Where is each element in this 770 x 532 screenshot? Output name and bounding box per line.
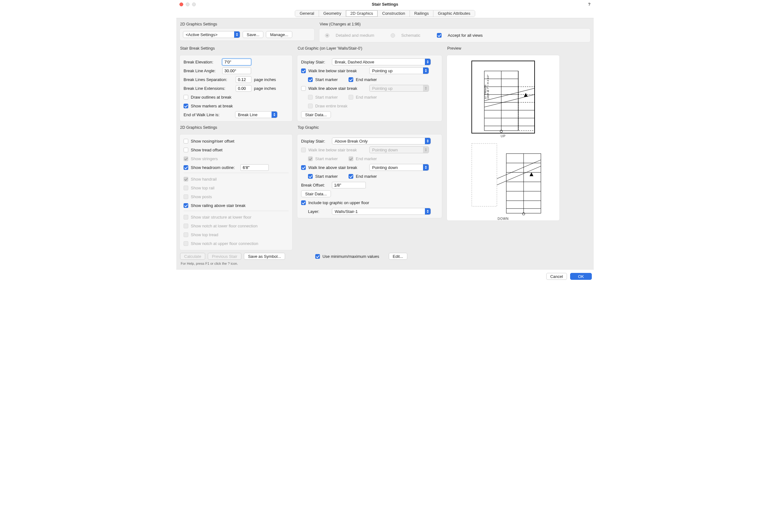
cut-stair-data-button[interactable]: Stair Data... (301, 111, 331, 118)
tab-railings[interactable]: Railings (410, 10, 433, 17)
checkbox-cut-walk-below[interactable] (301, 68, 306, 73)
checkbox-top-walk-below (301, 148, 306, 152)
cut-above-start-marker-label: Start marker (315, 95, 346, 100)
checkbox-top-walk-above[interactable] (301, 165, 306, 170)
chevron-updown-icon (425, 208, 431, 214)
chevron-updown-icon (423, 68, 429, 74)
break-offset-input[interactable] (332, 182, 366, 188)
maximize-icon[interactable] (192, 3, 196, 6)
top-walk-above-label: Walk line above stair break (308, 165, 367, 170)
view-heading: View (Changes at 1:96) (319, 21, 591, 28)
top-display-label: Display Stair: (301, 139, 329, 144)
layer-select[interactable]: Walls/Stair-1 (332, 208, 431, 215)
minimize-icon[interactable] (186, 3, 189, 6)
top-walk-above-dir-select[interactable]: Pointing down (369, 164, 429, 171)
break-elevation-input[interactable] (222, 59, 251, 65)
checkbox-cut-below-start-marker[interactable] (308, 77, 313, 82)
ok-button[interactable]: OK (570, 273, 592, 280)
top-tread-label: Show top tread (191, 232, 218, 237)
previous-stair-button: Previous Stair (208, 253, 241, 260)
checkbox-top-above-start-marker[interactable] (308, 174, 313, 179)
railing-above-label: Show railing above stair break (191, 203, 246, 208)
break-ext-label: Break Line Extensions: (183, 86, 233, 91)
draw-outlines-label: Draw outlines at break (191, 95, 231, 100)
checkbox-accept-all-views[interactable] (437, 33, 442, 38)
checkbox-use-min-max[interactable] (315, 254, 320, 259)
svg-marker-32 (529, 172, 533, 176)
draw-entire-break-label: Draw entire break (315, 104, 348, 108)
svg-rect-20 (472, 144, 497, 206)
top-stair-data-button[interactable]: Stair Data... (301, 190, 331, 197)
tab-graphic-attributes[interactable]: Graphic Attributes (433, 10, 474, 17)
checkbox-top-rail (183, 186, 188, 190)
preview-panel: 11" TREADS (16)R @ 7" = 9'-3 1/2" UP (447, 55, 560, 221)
end-walkline-select[interactable]: Break Line (235, 111, 278, 118)
notch-lower-label: Show notch at lower floor connection (191, 224, 258, 228)
preset-select[interactable]: <Active Settings> (183, 31, 240, 38)
cut-walk-below-dir-select[interactable]: Pointing up (369, 67, 429, 74)
window-title: Stair Settings (372, 2, 398, 7)
tab-2d-graphics[interactable]: 2D Graphics (346, 10, 378, 17)
tab-construction[interactable]: Construction (378, 10, 410, 17)
edit-min-max-button[interactable]: Edit... (389, 253, 407, 260)
break-ext-input[interactable] (236, 85, 252, 92)
top-above-end-marker-label: End marker (356, 174, 377, 179)
calculate-button: Calculate (180, 253, 205, 260)
top-below-end-marker-label: End marker (356, 156, 377, 161)
checkbox-draw-outlines[interactable] (183, 95, 188, 100)
break-angle-input[interactable] (222, 68, 251, 74)
stringers-label: Show stringers (191, 156, 218, 161)
top-above-start-marker-label: Start marker (315, 174, 346, 179)
close-icon[interactable] (179, 3, 183, 6)
checkbox-railing-above-break[interactable] (183, 203, 188, 208)
checkbox-stair-structure (183, 215, 188, 220)
cut-walk-above-dir-select: Pointing up (369, 85, 429, 92)
top-display-select[interactable]: Above Break Only (332, 138, 431, 144)
chevron-updown-icon (272, 111, 277, 118)
tread-label: Show tread offset (191, 148, 223, 152)
checkbox-draw-entire-break (308, 104, 313, 108)
svg-text:(16)R @ 7" = 9'-3 1/2": (16)R @ 7" = 9'-3 1/2" (486, 75, 489, 99)
cut-display-select[interactable]: Break, Dashed Above (332, 58, 431, 65)
radio-detailed (325, 33, 329, 38)
break-sep-input[interactable] (236, 76, 252, 83)
checkbox-tread-offset[interactable] (183, 148, 188, 152)
cut-below-end-marker-label: End marker (356, 77, 377, 82)
help-button[interactable]: ? (588, 2, 591, 7)
chevron-updown-icon (423, 147, 429, 153)
cancel-button[interactable]: Cancel (546, 273, 567, 280)
checkbox-stringers (183, 156, 188, 161)
chevron-updown-icon (234, 31, 240, 38)
checkbox-include-top-graphic[interactable] (301, 200, 306, 205)
preview-down-label: DOWN (450, 217, 556, 220)
manage-preset-button[interactable]: Manage... (266, 31, 292, 38)
headroom-label: Show headroom outline: (191, 165, 235, 170)
top-below-start-marker-label: Start marker (315, 156, 346, 161)
checkbox-headroom[interactable] (183, 165, 188, 170)
save-as-symbol-button[interactable]: Save as Symbol... (244, 253, 285, 260)
break-ext-unit: page inches (254, 86, 276, 91)
cut-heading: Cut Graphic (on Layer 'Walls/Stair-0') (297, 45, 442, 52)
checkbox-show-markers[interactable] (183, 104, 188, 108)
checkbox-top-above-end-marker[interactable] (349, 174, 353, 179)
checkbox-top-below-start-marker (308, 156, 313, 161)
chevron-updown-icon (425, 59, 431, 65)
save-preset-button[interactable]: Save... (243, 31, 263, 38)
layer-label: Layer: (308, 209, 329, 214)
break-heading: Stair Break Settings (179, 45, 293, 52)
checkbox-notch-lower (183, 224, 188, 228)
tab-geometry[interactable]: Geometry (319, 10, 346, 17)
handrail-label: Show handrail (191, 177, 217, 182)
chevron-updown-icon (423, 164, 429, 171)
checkbox-cut-walk-above[interactable] (301, 86, 306, 91)
checkbox-top-tread (183, 232, 188, 237)
show-markers-label: Show markers at break (191, 104, 233, 108)
tab-general[interactable]: General (295, 10, 319, 17)
checkbox-nosing[interactable] (183, 139, 188, 144)
checkbox-cut-below-end-marker[interactable] (349, 77, 353, 82)
break-elevation-label: Break Elevation: (183, 60, 220, 64)
window-controls (179, 3, 196, 6)
headroom-input[interactable] (241, 164, 269, 171)
top-walk-below-label: Walk line below stair break (308, 148, 367, 152)
preset-panel: <Active Settings> Save... Manage... (179, 28, 315, 41)
